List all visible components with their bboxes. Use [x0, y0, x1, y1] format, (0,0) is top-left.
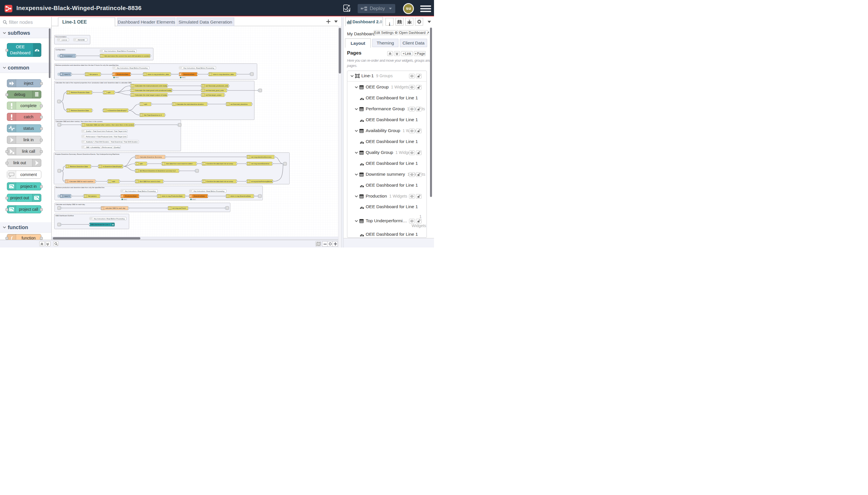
svg-text:ProductionData: ProductionData	[117, 73, 128, 75]
svg-text:Retrieve Downtime Data: Retrieve Downtime Data	[71, 110, 89, 112]
svg-text:Calculate the total target out: Calculate the total target output of tod…	[135, 94, 167, 96]
svg-text:Calculate and display OEE for: Calculate and display OEE for each day.	[56, 204, 85, 205]
svg-text:Key Instructions: Read Before: Key Instructions: Read Before Proceeding	[104, 50, 135, 52]
svg-text:RWC: RWC	[116, 76, 119, 79]
svg-text:OEE Dashboard Subflow: OEE Dashboard Subflow	[55, 215, 74, 217]
svg-text:Key Instructions: Read Before: Key Instructions: Read Before Proceeding	[184, 67, 214, 69]
svg-text:split: split	[144, 103, 147, 105]
svg-text:timestamp ¹: timestamp ¹	[64, 55, 73, 57]
svg-text:set msg.downtimeSummery: set msg.downtimeSummery	[251, 156, 272, 158]
svg-text:store in msg.DowntimeData: store in msg.DowntimeData	[230, 195, 251, 197]
svg-text:split: split	[112, 181, 116, 182]
svg-text:RWC: RWC	[182, 76, 186, 79]
svg-text:Set and store the current line: Set and store the current line and shift…	[104, 55, 151, 57]
svg-text:store in msg.ProductionData: store in msg.ProductionData	[161, 195, 183, 197]
svg-text:Calculate OEE and other metric: Calculate OEE and other metrics, then st…	[56, 121, 103, 122]
svg-text:RWC: RWC	[192, 199, 196, 200]
svg-text:calculate OEE for each day: calculate OEE for each day	[105, 207, 126, 209]
svg-text:Configuration: Configuration	[56, 49, 66, 51]
svg-text:README: README	[78, 39, 85, 41]
svg-text:Documentation: Documentation	[55, 36, 67, 38]
svg-text:split: split	[140, 163, 143, 165]
svg-text:Combine the data back into an: Combine the data back into an array.	[206, 181, 233, 182]
svg-text:Calculate the total produced u: Calculate the total produced units today	[135, 85, 168, 87]
svg-text:Retrieve production and downti: Retrieve production and downtime data fr…	[56, 187, 105, 188]
svg-text:RWC: RWC	[123, 199, 127, 200]
svg-text:inject ↻: inject ↻	[64, 73, 70, 75]
svg-text:Calculate OEE for each machine: Calculate OEE for each machine	[69, 181, 93, 182]
svg-text:Calculate the total downtime d: Calculate the total downtime duration	[176, 103, 204, 105]
svg-text:Retrieve Downtime Data: Retrieve Downtime Data	[70, 166, 88, 167]
svg-text:ProductionData: ProductionData	[125, 195, 137, 197]
svg-text:Combine the data back into an: Combine the data back into an array.	[206, 163, 233, 165]
svg-text:set msg.topUnderPerformingMach: set msg.topUnderPerformingMachines	[251, 181, 273, 182]
svg-text:Calculate the total of the req: Calculate the total of the required prop…	[55, 82, 132, 84]
svg-text:Key Instructions: Read Before: Key Instructions: Read Before Proceeding	[125, 190, 156, 192]
svg-text:Calculate the total good units: Calculate the total good units produced …	[135, 89, 172, 91]
svg-text:Set Recent Downtime & Downtime: Set Recent Downtime & Downtime summery t…	[140, 170, 176, 172]
svg-text:Calculate OEE and other metric: Calculate OEE and other metrics, then st…	[86, 124, 134, 126]
svg-text:store in msg.production_data: store in msg.production_data	[147, 73, 169, 75]
svg-text:set flow.total_produced_units: set flow.total_produced_units	[206, 85, 229, 87]
svg-text:Retrieve production and downti: Retrieve production and downtime data fr…	[55, 64, 119, 66]
svg-text:Performance = Total Produced U: Performance = Total Produced Units / Tot…	[86, 136, 126, 138]
svg-text:Is Downtime Data Empty?: Is Downtime Data Empty?	[108, 110, 127, 112]
svg-text:Prepare Downtime Summary, Rece: Prepare Downtime Summary, Recent Downtim…	[55, 153, 120, 155]
svg-text:Set params: Set params	[90, 73, 98, 75]
svg-text:set msg.recentDowntime: set msg.recentDowntime	[251, 163, 269, 165]
svg-text:OEE Dashboard for Line 1: OEE Dashboard for Line 1	[90, 224, 110, 225]
svg-text:Quality = Total Good Units Pro: Quality = Total Good Units Produced / To…	[86, 130, 127, 132]
svg-text:Sort data from most recent to: Sort data from most recent to oldest	[166, 163, 193, 165]
svg-text:inject ↻: inject ↻	[64, 195, 70, 197]
svg-text:store in msg.downtime_data: store in msg.downtime_data	[213, 73, 233, 75]
svg-text:DowntimeData: DowntimeData	[194, 195, 205, 197]
svg-text:OEE = (Availability) * (Perfor: OEE = (Availability) * (Performance) * (…	[86, 147, 120, 148]
svg-text:Retrieve Production Data: Retrieve Production Data	[71, 91, 89, 93]
svg-text:Sort OEE from worst to best: Sort OEE from worst to best	[140, 181, 160, 182]
svg-text:split: split	[108, 91, 111, 93]
svg-text:set flow.total_good_units: set flow.total_good_units	[206, 89, 224, 91]
svg-text:Set Total Downtime to 0: Set Total Downtime to 0	[144, 114, 162, 116]
svg-text:Is Downtime Data Empty?: Is Downtime Data Empty?	[103, 166, 122, 167]
svg-text:Key Instructions: Read Before: Key Instructions: Read Before Proceeding	[94, 218, 125, 220]
svg-text:set flow.target_output: set flow.target_output	[206, 94, 222, 96]
svg-text:Calculate Downtime Summery: Calculate Downtime Summery	[140, 156, 162, 158]
svg-text:set msg.oeeTrend: set msg.oeeTrend	[173, 207, 186, 209]
svg-text:Key Instructions: Read Before: Key Instructions: Read Before Proceeding	[117, 67, 148, 69]
svg-text:Key Instructions: Read Before: Key Instructions: Read Before Proceeding	[194, 190, 225, 192]
svg-text:set flow.total_downtime: set flow.total_downtime	[230, 103, 247, 105]
svg-text:DowntimeData: DowntimeData	[184, 73, 194, 75]
svg-text:Availavity = (Total Shift Dura: Availavity = (Total Shift Duration - Tot…	[86, 141, 138, 143]
svg-text:License: License	[62, 39, 67, 41]
svg-text:Set params: Set params	[88, 195, 97, 197]
